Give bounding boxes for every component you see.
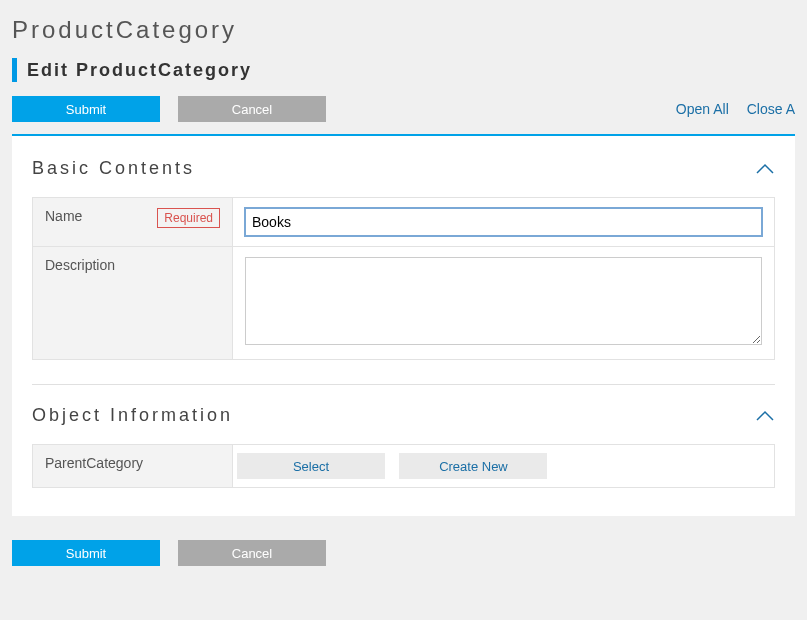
description-textarea[interactable] xyxy=(245,257,762,345)
bottom-action-row: Submit Cancel xyxy=(0,516,807,578)
submit-button-bottom[interactable]: Submit xyxy=(12,540,160,566)
description-label: Description xyxy=(45,257,115,273)
description-control-cell xyxy=(233,247,775,360)
name-label-cell: Name Required xyxy=(33,198,233,247)
object-information-title: Object Information xyxy=(32,405,233,426)
subheader: Edit ProductCategory xyxy=(0,50,807,92)
expand-links: Open All Close A xyxy=(676,101,795,117)
page-title: ProductCategory xyxy=(0,0,807,50)
parent-category-label-cell: ParentCategory xyxy=(33,445,233,488)
name-input[interactable] xyxy=(245,208,762,236)
create-new-button[interactable]: Create New xyxy=(399,453,547,479)
basic-contents-table: Name Required Description xyxy=(32,197,775,360)
select-button[interactable]: Select xyxy=(237,453,385,479)
open-all-link[interactable]: Open All xyxy=(676,101,729,117)
top-action-row: Submit Cancel Open All Close A xyxy=(0,92,807,134)
accent-bar xyxy=(12,58,17,82)
cancel-button[interactable]: Cancel xyxy=(178,96,326,122)
object-information-section: Object Information ParentCategory Select… xyxy=(12,405,795,488)
chevron-up-icon[interactable] xyxy=(755,162,775,176)
parent-category-control-cell: Select Create New xyxy=(233,445,775,488)
required-badge: Required xyxy=(157,208,220,228)
chevron-up-icon[interactable] xyxy=(755,409,775,423)
basic-contents-section: Basic Contents Name Required Description xyxy=(12,158,795,360)
name-label: Name xyxy=(45,208,82,224)
page-subtitle: Edit ProductCategory xyxy=(27,60,252,81)
section-divider xyxy=(32,384,775,385)
object-information-table: ParentCategory Select Create New xyxy=(32,444,775,488)
close-all-link[interactable]: Close A xyxy=(747,101,795,117)
object-information-header: Object Information xyxy=(32,405,775,426)
form-panel: Basic Contents Name Required Description xyxy=(12,136,795,516)
description-label-cell: Description xyxy=(33,247,233,360)
basic-contents-title: Basic Contents xyxy=(32,158,195,179)
name-control-cell xyxy=(233,198,775,247)
parent-category-label: ParentCategory xyxy=(45,455,143,471)
submit-button[interactable]: Submit xyxy=(12,96,160,122)
cancel-button-bottom[interactable]: Cancel xyxy=(178,540,326,566)
basic-contents-header: Basic Contents xyxy=(32,158,775,179)
